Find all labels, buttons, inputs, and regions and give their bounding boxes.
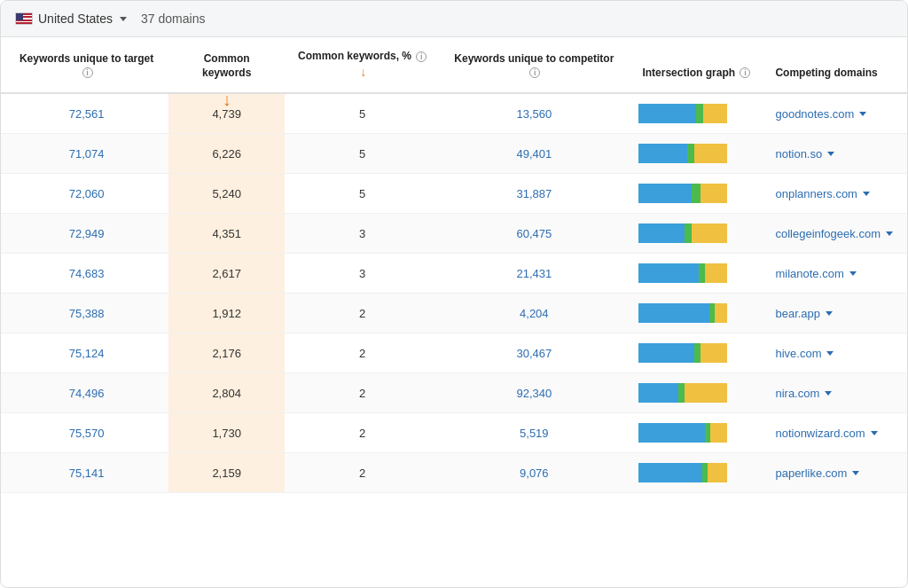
domain-link[interactable]: notion.so: [775, 147, 893, 161]
domain-expand-icon: [852, 471, 859, 475]
bar-green-segment: [692, 184, 701, 203]
cell-common: 2,804: [168, 373, 285, 413]
intersection-bar: [638, 303, 754, 323]
intersection-bar: [638, 184, 754, 203]
bar-blue-segment: [638, 263, 699, 283]
bar-yellow-segment: [715, 303, 727, 323]
domains-count: 37 domains: [141, 12, 205, 26]
cell-graph: [628, 254, 764, 294]
sort-down-icon: ↓: [360, 64, 366, 80]
cell-common-pct: 2: [285, 373, 440, 413]
domain-link[interactable]: paperlike.com: [775, 466, 893, 480]
domain-link[interactable]: goodnotes.com: [775, 107, 893, 121]
info-icon-target[interactable]: i: [82, 67, 93, 78]
country-selector[interactable]: United States: [15, 12, 127, 26]
bar-blue-segment: [638, 144, 687, 163]
cell-common: 1,912: [168, 294, 285, 333]
cell-competitor: 49,401: [440, 134, 628, 174]
table-row: 72,5614,739513,560goodnotes.com: [1, 93, 907, 134]
cell-domain: nira.com: [764, 373, 907, 413]
bar-yellow-segment: [694, 144, 727, 163]
bar-green-segment: [678, 383, 685, 403]
data-table: Keywords unique to target i Common keywo…: [1, 37, 907, 493]
cell-common-pct: 2: [285, 333, 440, 373]
table-header-row: Keywords unique to target i Common keywo…: [1, 37, 907, 93]
cell-competitor: 5,519: [440, 413, 628, 453]
domain-link[interactable]: milanote.com: [775, 267, 893, 280]
cell-graph: [628, 134, 764, 174]
table-row: 75,5701,73025,519notionwizard.com: [1, 413, 907, 453]
cell-domain: collegeinfogeek.com: [764, 214, 907, 254]
cell-competitor: 31,887: [440, 174, 628, 214]
intersection-bar: [638, 144, 754, 163]
intersection-bar: [638, 263, 754, 283]
cell-graph: [628, 333, 764, 373]
bar-green-segment: [685, 223, 692, 243]
cell-graph: [628, 453, 764, 493]
cell-target: 72,561: [1, 93, 168, 134]
table-row: 72,0605,240531,887onplanners.com: [1, 174, 907, 214]
bar-green-segment: [694, 343, 701, 363]
col-header-common-pct: Common keywords, % i ↓: [285, 37, 440, 93]
cell-common-pct: 2: [285, 294, 440, 333]
table-row: 74,6832,617321,431milanote.com: [1, 254, 907, 294]
cell-domain: onplanners.com: [764, 174, 907, 214]
bar-blue-segment: [638, 104, 696, 123]
domain-link[interactable]: hive.com: [775, 347, 893, 360]
cell-domain: milanote.com: [764, 254, 907, 294]
info-icon-competitor[interactable]: i: [529, 67, 540, 78]
bar-blue-segment: [638, 463, 702, 482]
cell-target: 75,141: [1, 453, 168, 493]
table-body: 72,5614,739513,560goodnotes.com71,0746,2…: [1, 93, 907, 493]
cell-target: 75,388: [1, 294, 168, 333]
cell-common: 2,617: [168, 254, 285, 294]
cell-common-pct: 2: [285, 453, 440, 493]
table-row: 75,1412,15929,076paperlike.com: [1, 453, 907, 493]
domain-link[interactable]: onplanners.com: [775, 187, 893, 200]
bar-yellow-segment: [710, 423, 727, 443]
cell-domain: notionwizard.com: [764, 413, 907, 453]
bar-yellow-segment: [705, 263, 727, 283]
country-label: United States: [38, 12, 113, 26]
cell-common: 4,351: [168, 214, 285, 254]
bar-yellow-segment: [708, 463, 727, 482]
intersection-bar: [638, 423, 754, 443]
domain-link[interactable]: collegeinfogeek.com: [775, 227, 893, 240]
bar-green-segment: [699, 263, 705, 283]
domain-link[interactable]: bear.app: [775, 307, 893, 320]
domain-link[interactable]: notionwizard.com: [775, 427, 893, 440]
bar-blue-segment: [638, 423, 705, 443]
domain-expand-icon: [859, 112, 866, 116]
cell-common-pct: 5: [285, 93, 440, 134]
chevron-down-icon: [120, 17, 127, 21]
domain-expand-icon: [826, 351, 834, 356]
bar-blue-segment: [638, 184, 692, 203]
sort-arrow-icon: ↓: [223, 90, 231, 108]
cell-competitor: 92,340: [440, 373, 628, 413]
cell-common-pct: 5: [285, 174, 440, 214]
domain-expand-icon: [827, 152, 834, 156]
bar-blue-segment: [638, 343, 694, 363]
cell-competitor: 60,475: [440, 214, 628, 254]
table-row: 72,9494,351360,475collegeinfogeek.com: [1, 214, 907, 254]
cell-common-pct: 3: [285, 214, 440, 254]
intersection-bar: [638, 223, 754, 243]
cell-common-pct: 5: [285, 134, 440, 174]
table-row: 75,3881,91224,204bear.app: [1, 294, 907, 333]
cell-graph: [628, 373, 764, 413]
col-header-common: Common keywords ↓: [168, 37, 285, 93]
cell-target: 75,124: [1, 333, 168, 373]
domain-link[interactable]: nira.com: [775, 387, 893, 400]
cell-domain: paperlike.com: [764, 453, 907, 493]
cell-domain: notion.so: [764, 134, 907, 174]
cell-domain: hive.com: [764, 333, 907, 373]
intersection-bar: [638, 383, 754, 403]
us-flag-icon: [15, 12, 33, 25]
info-icon-graph[interactable]: i: [740, 67, 750, 78]
info-icon-pct[interactable]: i: [416, 51, 427, 62]
cell-target: 74,496: [1, 373, 168, 413]
cell-graph: [628, 93, 764, 134]
bar-green-segment: [696, 104, 703, 123]
bar-green-segment: [687, 144, 694, 163]
bar-blue-segment: [638, 223, 685, 243]
